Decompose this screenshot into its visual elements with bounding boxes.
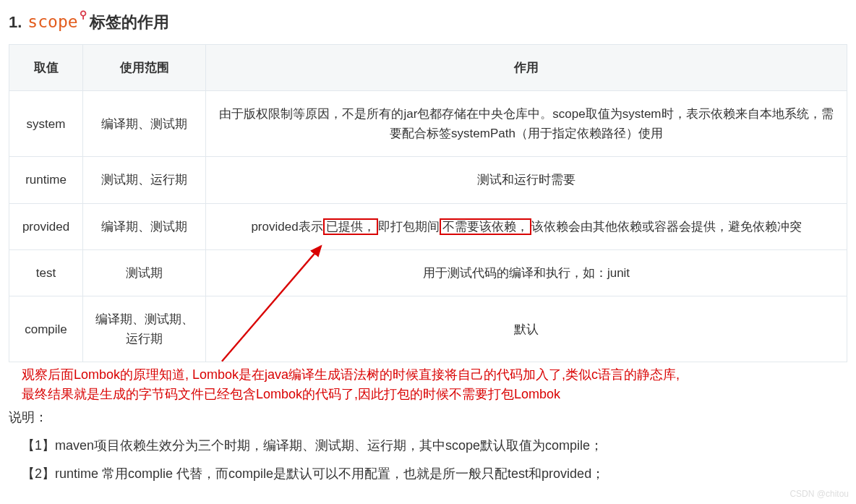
cell-value: test (9, 249, 83, 296)
table-row: system 编译期、测试期 由于版权限制等原因，不是所有的jar包都存储在中央… (9, 90, 847, 156)
text-part: 即打包期间 (378, 220, 440, 234)
table-row: test 测试期 用于测试代码的编译和执行，如：junit (9, 249, 847, 296)
cell-desc: 测试和运行时需要 (206, 157, 847, 203)
cell-desc: 默认 (206, 296, 847, 362)
annotation-text: 观察后面Lombok的原理知道, Lombok是在java编译生成语法树的时候直… (9, 365, 847, 404)
cell-scope: 测试期、运行期 (83, 157, 206, 203)
watermark: CSDN @chitou (789, 487, 849, 493)
annotation-line: 观察后面Lombok的原理知道, Lombok是在java编译生成语法树的时候直… (22, 365, 847, 385)
heading-number: 1. (9, 9, 22, 35)
cell-value: system (9, 90, 83, 156)
description-label: 说明： (9, 407, 847, 428)
header-col2: 使用范围 (83, 44, 206, 90)
cell-value: compile (9, 296, 83, 362)
heading-scope-word: scope (27, 9, 77, 35)
cell-scope: 编译期、测试期、运行期 (83, 296, 206, 362)
text-part: 该依赖会由其他依赖或容器会提供，避免依赖冲突 (531, 220, 802, 234)
text-part: provided表示 (251, 220, 322, 234)
table-header-row: 取值 使用范围 作用 (9, 44, 847, 90)
cell-value: runtime (9, 157, 83, 203)
table-wrapper: 取值 使用范围 作用 system 编译期、测试期 由于版权限制等原因，不是所有… (9, 44, 847, 363)
cell-scope: 测试期 (83, 249, 206, 296)
description-item: 【1】maven项目依赖生效分为三个时期，编译期、测试期、运行期，其中scope… (9, 435, 847, 456)
table-row: provided 编译期、测试期 provided表示已提供，即打包期间不需要该… (9, 203, 847, 249)
description-item: 【2】runtime 常用complie 代替，而compile是默认可以不用配… (9, 464, 847, 484)
section-heading: 1. scope ⚲ 标签的作用 (9, 9, 847, 35)
header-col1: 取值 (9, 44, 83, 90)
cell-desc: 用于测试代码的编译和执行，如：junit (206, 249, 847, 296)
highlight-box: 不需要该依赖， (440, 218, 531, 235)
table-row: runtime 测试期、运行期 测试和运行时需要 (9, 157, 847, 203)
cell-desc-provided: provided表示已提供，即打包期间不需要该依赖，该依赖会由其他依赖或容器会提… (206, 203, 847, 249)
highlight-box: 已提供， (323, 218, 378, 235)
cell-scope: 编译期、测试期 (83, 203, 206, 249)
annotation-line: 最终结果就是生成的字节码文件已经包含Lombok的代码了,因此打包的时候不需要打… (22, 385, 847, 404)
cell-desc: 由于版权限制等原因，不是所有的jar包都存储在中央仓库中。scope取值为sys… (206, 90, 847, 156)
cell-scope: 编译期、测试期 (83, 90, 206, 156)
header-col3: 作用 (206, 44, 847, 90)
scope-table: 取值 使用范围 作用 system 编译期、测试期 由于版权限制等原因，不是所有… (9, 44, 847, 363)
search-icon: ⚲ (80, 7, 87, 22)
cell-value: provided (9, 203, 83, 249)
heading-text: 标签的作用 (90, 9, 169, 35)
table-row: compile 编译期、测试期、运行期 默认 (9, 296, 847, 362)
